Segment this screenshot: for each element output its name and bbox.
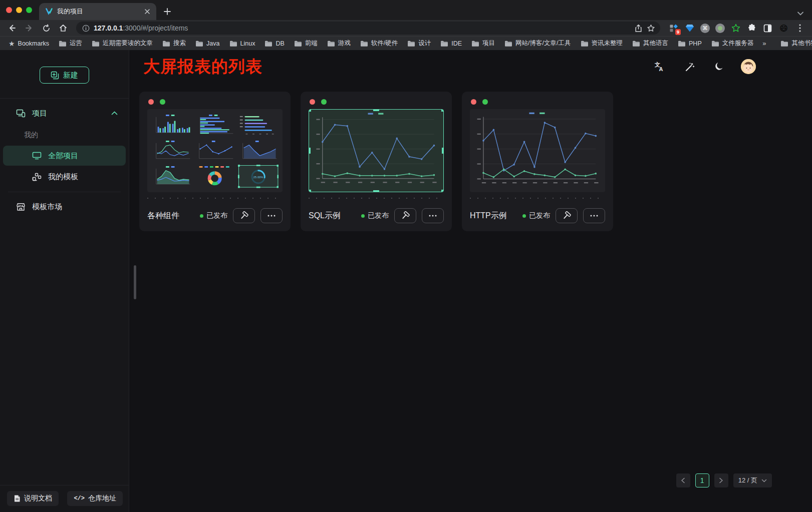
folder-icon: [162, 40, 170, 47]
extension-gem-icon[interactable]: [684, 23, 695, 34]
user-avatar[interactable]: [741, 59, 756, 74]
status-badge: 已发布: [522, 211, 550, 220]
extensions-puzzle-icon[interactable]: [746, 23, 757, 34]
selection-handle[interactable]: [373, 109, 379, 111]
bookmark-folder[interactable]: 文件服务器: [709, 39, 756, 48]
selection-handle[interactable]: [309, 190, 311, 192]
selection-handle[interactable]: [441, 190, 444, 192]
traffic-lights: [0, 0, 39, 20]
bookmark-folder[interactable]: 搜索: [160, 39, 188, 48]
extension-green-star-icon[interactable]: [730, 23, 741, 34]
dotted-divider: [147, 198, 283, 199]
extension-record-icon[interactable]: [715, 24, 725, 33]
sidebar: 新建 项目 我的 全部项目: [0, 50, 129, 512]
folder-icon: [59, 40, 67, 47]
page-size-select[interactable]: 12 / 页: [733, 473, 772, 487]
scrollbar-thumb[interactable]: [134, 265, 136, 299]
bookmarks-overflow-chevron[interactable]: »: [760, 40, 768, 47]
more-actions-button[interactable]: [260, 208, 283, 223]
edit-project-button[interactable]: [233, 208, 255, 223]
browser-tab[interactable]: 我的项目: [39, 3, 156, 20]
back-button[interactable]: [5, 21, 19, 35]
zoom-window-button[interactable]: [26, 7, 32, 13]
bookmark-folder[interactable]: 近期需要读的文章: [89, 39, 155, 48]
language-button[interactable]: 文 A: [654, 61, 665, 72]
folder-icon: [581, 40, 589, 47]
bookmark-folder[interactable]: DB: [262, 40, 287, 47]
bookmark-folder[interactable]: 资讯未整理: [578, 39, 626, 48]
mini-area-chart: [238, 139, 279, 163]
favicon: [45, 8, 53, 16]
bookmark-folder[interactable]: PHP: [675, 40, 704, 47]
bookmark-star-icon[interactable]: [647, 24, 655, 33]
bookmark-folder[interactable]: 设计: [405, 39, 433, 48]
sidebar-section-project[interactable]: 项目: [3, 104, 126, 123]
project-thumbnail[interactable]: [470, 109, 605, 192]
bookmark-folder[interactable]: IDE: [438, 40, 464, 47]
reload-button[interactable]: [39, 21, 53, 35]
hammer-icon: [562, 211, 571, 220]
tab-search-button[interactable]: [797, 11, 812, 20]
other-bookmarks-folder[interactable]: 其他书签: [778, 39, 812, 48]
browser-tab-strip: 我的项目: [0, 0, 812, 20]
bookmarks-manager[interactable]: ★ Bookmarks: [6, 40, 52, 48]
home-button[interactable]: [56, 21, 70, 35]
close-tab-icon[interactable]: [143, 8, 151, 16]
prev-page-button[interactable]: [676, 473, 690, 487]
browser-toolbar: 127.0.0.1:3000/#/project/items 9 ⌘: [0, 20, 812, 36]
theme-wand-button[interactable]: [684, 61, 695, 72]
bookmark-folder[interactable]: 软件/硬件: [358, 39, 400, 48]
share-icon[interactable]: [634, 24, 643, 33]
more-actions-button[interactable]: [583, 208, 605, 223]
selection-handle[interactable]: [441, 109, 444, 112]
extension-dark-reader-icon[interactable]: [762, 23, 773, 34]
docs-button[interactable]: 说明文档: [7, 491, 59, 506]
bookmark-folder[interactable]: Java: [193, 40, 222, 47]
repo-button[interactable]: </> 仓库地址: [67, 491, 123, 506]
url-path: :3000/#/project/items: [123, 24, 188, 32]
minimize-window-button[interactable]: [16, 7, 22, 13]
new-tab-button[interactable]: [160, 5, 174, 19]
bookmark-folder[interactable]: Linux: [227, 40, 258, 47]
extension-cmd-icon[interactable]: ⌘: [700, 24, 710, 33]
more-actions-button[interactable]: [422, 208, 444, 223]
card-dot-red: [471, 99, 476, 105]
selection-handle[interactable]: [442, 148, 444, 154]
selection-handle[interactable]: [309, 148, 311, 154]
close-window-button[interactable]: [6, 7, 12, 13]
folder-icon: [711, 40, 719, 47]
profile-avatar-emoji[interactable]: 😄: [778, 23, 789, 34]
current-page-button[interactable]: 1: [695, 473, 709, 487]
magic-wand-icon: [684, 62, 695, 72]
header-icons: 文 A: [635, 59, 756, 74]
forward-button[interactable]: [22, 21, 36, 35]
selection-handle[interactable]: [373, 190, 379, 192]
project-thumbnail[interactable]: [309, 109, 444, 192]
bookmark-folder[interactable]: 运营: [56, 39, 85, 48]
folder-icon: [229, 40, 237, 47]
sidebar-item-all-projects[interactable]: 全部项目: [3, 146, 126, 166]
chevron-down-icon: [761, 479, 767, 482]
selection-handle[interactable]: [309, 109, 311, 112]
bookmark-folder[interactable]: 项目: [469, 39, 497, 48]
bookmark-folder[interactable]: 前端: [292, 39, 320, 48]
address-bar[interactable]: 127.0.0.1:3000/#/project/items: [76, 22, 660, 35]
bookmark-folder[interactable]: 游戏: [325, 39, 353, 48]
edit-project-button[interactable]: [394, 208, 416, 223]
extension-grid-icon[interactable]: 9: [668, 23, 679, 34]
sidebar-item-template-market[interactable]: 模板市场: [3, 197, 126, 216]
bookmark-folder[interactable]: 其他语言: [630, 39, 671, 48]
dark-mode-button[interactable]: [714, 61, 725, 72]
edit-project-button[interactable]: [556, 208, 578, 223]
project-thumbnail[interactable]: 25.00%: [147, 109, 283, 192]
new-project-button[interactable]: 新建: [40, 67, 89, 84]
bookmark-folder[interactable]: 网站/博客/文章/工具: [502, 39, 573, 48]
mini-donut-chart: [194, 165, 235, 188]
site-info-icon[interactable]: [82, 25, 90, 32]
app-window: 新建 项目 我的 全部项目: [0, 50, 812, 512]
browser-menu-button[interactable]: [794, 23, 805, 34]
next-page-button[interactable]: [714, 473, 728, 487]
folder-icon: [678, 40, 686, 47]
sidebar-item-my-templates[interactable]: 我的模板: [3, 167, 126, 187]
card-dot-red: [310, 99, 315, 105]
